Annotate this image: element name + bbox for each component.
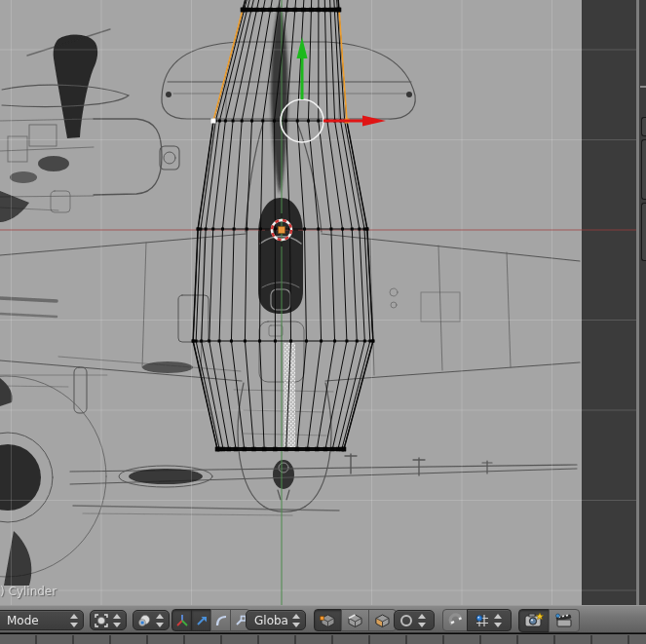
translate-manipulator-button[interactable]	[191, 609, 211, 631]
viewport-canvas[interactable]	[0, 0, 636, 605]
edge-select-button[interactable]	[341, 609, 369, 631]
render-still-icon	[524, 612, 544, 628]
select-mode-group	[314, 610, 397, 630]
render-group	[518, 610, 580, 630]
snap-element-dropdown[interactable]	[467, 609, 512, 631]
face-select-button[interactable]	[368, 609, 397, 631]
panel-fragment	[640, 86, 646, 88]
mode-dropdown[interactable]: Mode	[0, 610, 84, 630]
snap-toggle-button[interactable]	[442, 609, 468, 631]
pivot-point-icon	[136, 613, 152, 628]
pivot-point-dropdown[interactable]	[133, 610, 170, 630]
chevron-updown-icon	[154, 614, 165, 627]
snap-element-icon	[475, 613, 490, 628]
rotate-manipulator-button[interactable]	[210, 609, 231, 631]
viewport-shading-icon	[94, 613, 109, 628]
vertex-select-button[interactable]	[314, 609, 342, 631]
chevron-updown-icon	[416, 614, 427, 627]
manipulator-toggle-group	[171, 610, 250, 630]
face-select-icon	[374, 613, 391, 628]
viewport-header[interactable]: Mode	[0, 605, 646, 633]
properties-panel-edge[interactable]	[639, 0, 646, 605]
translate-manipulator-icon	[195, 614, 209, 627]
chevron-updown-icon	[290, 614, 301, 627]
proportional-editing-icon	[399, 613, 414, 628]
panel-fragment	[641, 203, 646, 261]
manipulator-axes-icon	[175, 614, 189, 627]
proportional-editing-dropdown[interactable]	[394, 610, 435, 630]
blender-window: ) Cylinder Mode	[0, 0, 646, 644]
panel-fragment	[641, 139, 646, 200]
render-still-button[interactable]	[518, 609, 550, 632]
transform-orientation-dropdown[interactable]: Global	[246, 610, 306, 630]
snap-group	[442, 610, 512, 630]
render-animation-button[interactable]	[549, 609, 580, 632]
edge-select-icon	[347, 613, 363, 628]
chevron-updown-icon	[68, 614, 79, 627]
3d-viewport[interactable]: ) Cylinder	[0, 0, 636, 605]
mode-dropdown-label: Mode	[0, 614, 66, 627]
snap-magnet-icon	[448, 613, 463, 627]
timeline-strip[interactable]	[0, 633, 646, 644]
object-info-text: ) Cylinder	[0, 585, 57, 598]
render-animation-icon	[554, 612, 574, 628]
chevron-updown-icon	[111, 614, 122, 627]
panel-fragment	[641, 117, 646, 136]
viewport-shading-dropdown[interactable]	[90, 610, 127, 630]
timeline-ticks	[0, 635, 646, 644]
rotate-manipulator-icon	[214, 614, 228, 627]
chevron-updown-icon	[492, 614, 503, 627]
vertex-select-icon	[320, 613, 336, 628]
orientation-dropdown-label: Global	[247, 614, 288, 627]
manipulator-enable-button[interactable]	[171, 609, 192, 631]
